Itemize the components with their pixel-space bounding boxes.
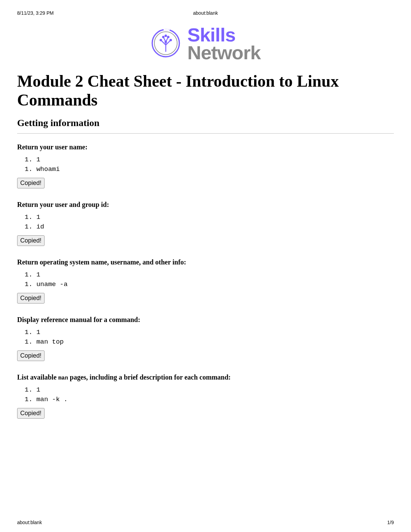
code-block: 1. 1 1. id [25, 213, 394, 231]
code-line: 1. 1 [25, 156, 394, 163]
code-line: 1. 1 [25, 386, 394, 394]
code-line: 1. whoami [25, 165, 394, 173]
svg-point-8 [164, 40, 167, 43]
copied-button[interactable]: Copied! [17, 350, 45, 361]
page-title: Module 2 Cheat Sheet - Introduction to L… [17, 72, 394, 109]
item-heading: Return your user name: [17, 143, 394, 151]
svg-point-13 [164, 34, 167, 37]
print-footer-page: 1/9 [387, 520, 394, 525]
logo-text: Skills Network [187, 26, 261, 61]
copied-button[interactable]: Copied! [17, 178, 45, 188]
print-footer: about:blank 1/9 [17, 520, 394, 525]
svg-point-12 [167, 36, 170, 38]
heading-part: pages, including a brief description for… [68, 373, 231, 381]
copied-button[interactable]: Copied! [17, 235, 45, 246]
section-heading: Getting information [17, 117, 394, 128]
network-tree-icon [150, 28, 181, 60]
logo-line2: Network [187, 44, 261, 62]
item-heading: Return your user and group id: [17, 201, 394, 209]
code-line: 1. 1 [25, 213, 394, 221]
print-header: 8/11/23, 3:29 PM about:blank [17, 10, 394, 16]
print-header-timestamp: 8/11/23, 3:29 PM [17, 10, 54, 16]
divider [17, 133, 394, 134]
print-footer-url: about:blank [17, 520, 42, 525]
code-line: 1. man -k . [25, 396, 394, 403]
code-line: 1. id [25, 223, 394, 231]
code-block: 1. 1 1. whoami [25, 156, 394, 173]
svg-point-10 [170, 39, 172, 41]
code-block: 1. 1 1. man top [25, 329, 394, 346]
code-line: 1. 1 [25, 329, 394, 336]
copied-button[interactable]: Copied! [17, 293, 45, 304]
heading-part: List available [17, 373, 58, 381]
svg-point-9 [160, 39, 162, 41]
code-line: 1. 1 [25, 271, 394, 279]
code-block: 1. 1 1. man -k . [25, 386, 394, 403]
code-line: 1. uname -a [25, 281, 394, 288]
heading-mono: man [58, 375, 68, 381]
print-header-url: about:blank [193, 10, 218, 16]
code-line: 1. man top [25, 338, 394, 346]
item-heading: Display reference manual for a command: [17, 316, 394, 324]
item-heading: Return operating system name, username, … [17, 258, 394, 266]
logo-line1: Skills [187, 26, 261, 44]
logo: Skills Network [150, 26, 261, 61]
svg-point-11 [162, 36, 164, 38]
page: 8/11/23, 3:29 PM about:blank [0, 0, 411, 532]
logo-block: Skills Network [17, 26, 394, 61]
code-block: 1. 1 1. uname -a [25, 271, 394, 288]
copied-button[interactable]: Copied! [17, 408, 45, 419]
item-heading: List available man pages, including a br… [17, 373, 394, 381]
